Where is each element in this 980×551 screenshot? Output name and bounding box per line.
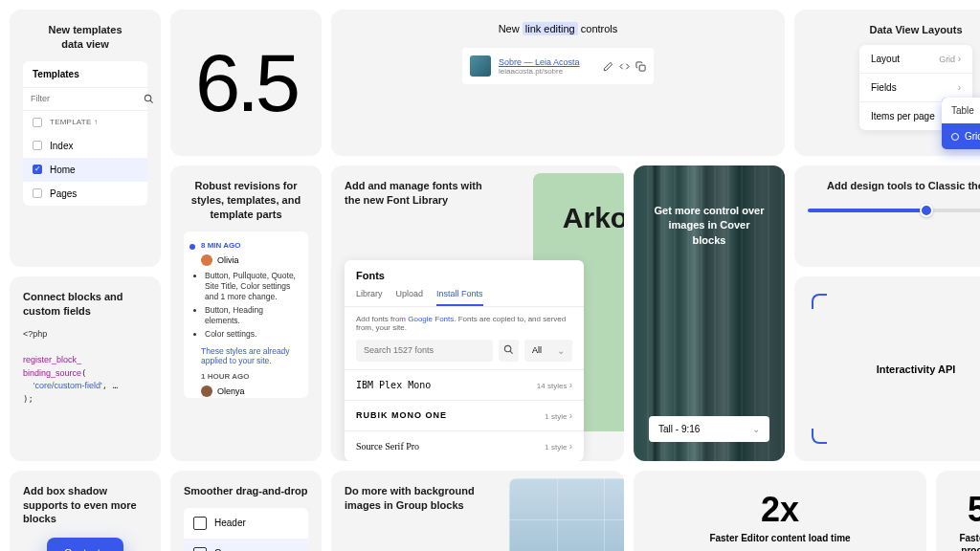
- submenu-option[interactable]: Grid: [942, 123, 980, 149]
- corner-icon: [812, 429, 827, 444]
- google-fonts-link[interactable]: Google Fonts: [408, 315, 454, 323]
- stat-label: Faster Editor content load time: [647, 532, 913, 544]
- svg-point-0: [145, 95, 150, 100]
- link-title[interactable]: Sobre — Leia Acosta: [499, 57, 595, 67]
- interactivity-api-card: Interactivity API: [794, 276, 980, 460]
- custom-fields-card: Connect blocks and custom fields <?php r…: [10, 276, 161, 460]
- aspect-select[interactable]: Tall - 9:16⌄: [649, 416, 769, 442]
- template-row[interactable]: Index: [23, 134, 147, 158]
- column-header[interactable]: TEMPLATE ↑: [50, 118, 98, 126]
- card-title: Get more control over images in Cover bl…: [634, 165, 785, 248]
- submenu-option[interactable]: Table: [942, 98, 980, 123]
- font-row[interactable]: IBM Plex Mono14 styles ›: [345, 369, 584, 400]
- link-thumbnail: [470, 55, 491, 77]
- stat-number: 2x: [647, 490, 913, 530]
- design-tools-card: Add design tools to Classic themes: [794, 165, 980, 267]
- layout-submenu: Table Grid: [942, 98, 980, 149]
- slider[interactable]: [808, 209, 980, 212]
- avatar: [201, 386, 212, 397]
- cover-block-icon: [193, 547, 207, 551]
- card-title: Data View Layouts: [808, 23, 980, 37]
- bg-image-preview: [509, 478, 624, 551]
- revisions-card: Robust revisions for styles, templates, …: [170, 165, 322, 461]
- card-title: New link editing controls: [345, 23, 771, 34]
- tab-upload[interactable]: Upload: [396, 289, 424, 306]
- version-card: 6.5: [170, 10, 322, 156]
- search-icon[interactable]: [144, 94, 154, 104]
- font-search-input[interactable]: [356, 340, 493, 362]
- radio-icon: [951, 133, 959, 141]
- block-row[interactable]: Header: [184, 508, 308, 539]
- chevron-down-icon: ⌄: [752, 424, 760, 434]
- menu-item-layout[interactable]: LayoutGrid ›: [859, 45, 972, 74]
- copy-icon[interactable]: [635, 61, 646, 72]
- drag-and-drop-card: Smoother drag-and-drop Header Cover Gall…: [170, 471, 322, 551]
- card-title: Do more with background images in Group …: [345, 484, 488, 513]
- svg-point-6: [504, 345, 510, 351]
- version-number: 6.5: [184, 23, 308, 143]
- timeline-dot-icon: [189, 244, 195, 250]
- input-processing-stat-card: 5x Faster input processing: [936, 471, 980, 551]
- card-title: Robust revisions for styles, templates, …: [184, 179, 308, 222]
- revision-note: These styles are already applied to your…: [201, 346, 301, 365]
- cover-blocks-card: Get more control over images in Cover bl…: [634, 165, 785, 461]
- code-icon[interactable]: [619, 61, 630, 72]
- contact-button[interactable]: Contacto: [47, 538, 123, 551]
- tab-install-fonts[interactable]: Install Fonts: [436, 289, 483, 306]
- templates-panel: Templates TEMPLATE ↑ Index Home Pages: [23, 61, 147, 206]
- revision-changes: Button, Pullquote, Quote, Site Title, Co…: [205, 271, 301, 340]
- fonts-hint: Add fonts from Google Fonts. Fonts are c…: [345, 307, 584, 340]
- svg-line-1: [150, 100, 153, 103]
- avatar: [201, 254, 212, 266]
- header-block-icon: [193, 517, 207, 530]
- row-checkbox[interactable]: [33, 165, 42, 174]
- filter-input[interactable]: [31, 94, 138, 103]
- link-url: leiaacosta.pt/sobre: [499, 67, 595, 76]
- font-category-select[interactable]: All ⌄: [524, 340, 572, 362]
- revision-time: 1 HOUR AGO: [201, 372, 301, 381]
- slider-thumb[interactable]: [920, 204, 933, 217]
- revision-user: Olenya: [217, 386, 245, 396]
- link-editing-card: New link editing controls Sobre — Leia A…: [331, 10, 785, 156]
- edit-icon[interactable]: [603, 61, 613, 72]
- card-title: Interactivity API: [808, 364, 980, 375]
- row-checkbox[interactable]: [33, 141, 42, 150]
- search-icon[interactable]: [499, 340, 519, 362]
- templates-data-view-card: New templates data view Templates TEMPLA…: [10, 10, 161, 267]
- fonts-tabs: Library Upload Install Fonts: [345, 281, 584, 307]
- filter-icon[interactable]: [160, 94, 161, 104]
- font-row[interactable]: RUBIK MONO ONE1 style ›: [345, 400, 584, 430]
- fonts-panel: Fonts Library Upload Install Fonts Add f…: [345, 260, 584, 461]
- row-checkbox[interactable]: [33, 188, 42, 198]
- template-row[interactable]: Pages: [23, 182, 147, 206]
- svg-rect-5: [639, 65, 645, 71]
- data-view-layouts-card: Data View Layouts LayoutGrid › Fields› I…: [794, 10, 980, 156]
- block-row[interactable]: Cover: [184, 539, 308, 551]
- block-list: Header Cover Gallery: [184, 508, 308, 551]
- revision-time: 8 MIN AGO: [201, 241, 301, 250]
- card-title: Add and manage fonts with the new Font L…: [345, 179, 488, 208]
- svg-line-7: [510, 351, 513, 354]
- card-title: Add design tools to Classic themes: [808, 179, 980, 193]
- panel-heading: Templates: [23, 61, 147, 88]
- card-title: Connect blocks and custom fields: [23, 290, 147, 319]
- card-title: Smoother drag-and-drop: [184, 484, 308, 498]
- link-preview: Sobre — Leia Acosta leiaacosta.pt/sobre: [462, 48, 654, 84]
- fonts-panel-title: Fonts: [345, 260, 584, 281]
- stat-label: Faster input processing: [949, 532, 980, 551]
- code-snippet: <?php register_block_ binding_source( 'c…: [23, 328, 147, 406]
- corner-icon: [812, 294, 827, 309]
- background-images-card: Do more with background images in Group …: [331, 471, 624, 551]
- stat-number: 5x: [949, 490, 980, 530]
- font-row[interactable]: Source Serif Pro1 style ›: [345, 430, 584, 461]
- revisions-panel: 8 MIN AGO Olivia Button, Pullquote, Quot…: [184, 231, 308, 398]
- revision-user: Olivia: [217, 255, 239, 265]
- template-row[interactable]: Home: [23, 158, 147, 182]
- tab-library[interactable]: Library: [356, 289, 383, 306]
- card-title: Add box shadow supports to even more blo…: [23, 484, 147, 527]
- card-title: New templates data view: [23, 23, 147, 52]
- font-library-card: Add and manage fonts with the new Font L…: [331, 165, 624, 461]
- editor-load-stat-card: 2x Faster Editor content load time: [634, 471, 926, 551]
- box-shadow-card: Add box shadow supports to even more blo…: [10, 471, 161, 551]
- select-all-checkbox[interactable]: [33, 118, 42, 127]
